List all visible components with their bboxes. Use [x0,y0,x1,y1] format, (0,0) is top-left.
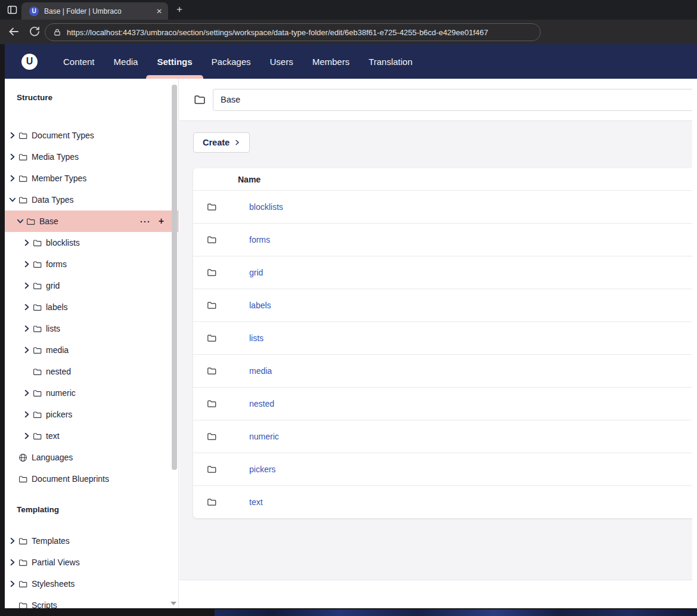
folder-icon [207,497,216,507]
nav-item-content[interactable]: Content [63,44,95,79]
nav-item-media[interactable]: Media [114,44,138,79]
table-row[interactable]: grid [193,256,697,289]
nav-item-users[interactable]: Users [269,44,293,79]
chevron-right-icon[interactable] [23,261,30,268]
sidebar-item-label: labels [46,302,68,312]
sidebar-item-grid[interactable]: grid [5,275,178,296]
chevron-down-icon[interactable] [17,218,24,225]
sidebar-item-lists[interactable]: lists [5,318,178,339]
add-icon[interactable]: + [159,216,164,226]
nav-item-settings[interactable]: Settings [157,44,192,79]
sidebar-item-text[interactable]: text [5,425,178,447]
folder-link[interactable]: blocklists [249,202,283,212]
chevron-placeholder [23,368,30,375]
sidebar-item-data-types[interactable]: Data Types [5,189,178,211]
main-scrollbar-track[interactable] [692,79,697,608]
sidebar-item-media-types[interactable]: Media Types [5,146,178,168]
table-row[interactable]: media [193,354,697,387]
chevron-right-icon[interactable] [9,537,16,544]
create-button[interactable]: Create [193,132,250,153]
close-icon[interactable]: ✕ [156,8,162,15]
sidebar-item-nested[interactable]: nested [5,361,178,382]
browser-tab[interactable]: U Base | Folder | Umbraco ✕ [21,2,168,20]
chevron-right-icon [234,140,240,146]
table-row[interactable]: numeric [193,420,697,453]
folder-link[interactable]: numeric [249,432,279,441]
url-text: https://localhost:44373/umbraco/section/… [67,28,488,37]
nav-item-members[interactable]: Members [312,44,350,79]
workspaces-icon[interactable] [7,4,18,16]
sidebar-item-scripts[interactable]: Scripts [5,595,178,608]
folder-icon [18,601,27,609]
table-row[interactable]: forms [193,223,697,256]
chevron-placeholder [9,602,16,608]
chevron-right-icon[interactable] [23,411,30,418]
sidebar-item-numeric[interactable]: numeric [5,382,178,404]
chevron-right-icon[interactable] [23,282,30,289]
sidebar-item-partial-views[interactable]: Partial Views [5,552,178,573]
folder-icon [207,268,216,277]
chevron-right-icon[interactable] [9,580,16,587]
folder-link[interactable]: media [249,366,272,376]
sidebar-item-document-blueprints[interactable]: Document Blueprints [5,468,178,490]
background-window [215,609,697,616]
chevron-right-icon[interactable] [23,389,30,397]
sidebar-item-member-types[interactable]: Member Types [5,168,178,189]
sidebar-item-media[interactable]: media [5,339,178,361]
sidebar-item-document-types[interactable]: Document Types [5,125,178,146]
table-row[interactable]: blocklists [193,190,697,223]
folder-link[interactable]: grid [249,268,263,277]
folder-icon [18,174,27,183]
workspace-header [179,79,697,121]
sidebar-item-forms[interactable]: forms [5,253,178,275]
folder-link[interactable]: lists [249,333,264,343]
table-row[interactable]: pickers [193,453,697,485]
chevron-right-icon[interactable] [23,239,30,246]
folder-link[interactable]: nested [249,399,274,408]
sidebar-scrollbar[interactable] [172,85,177,470]
url-bar[interactable]: https://localhost:44373/umbraco/section/… [45,23,541,41]
umbraco-logo-icon[interactable]: U [21,54,38,70]
sidebar-heading-templating: Templating [5,505,178,514]
folder-link[interactable]: forms [249,235,270,244]
sidebar-item-pickers[interactable]: pickers [5,404,178,425]
sidebar-item-labels[interactable]: labels [5,296,178,318]
nav-items: Content Media Settings Packages Users Me… [63,44,413,79]
chevron-right-icon[interactable] [9,559,16,566]
table-row[interactable]: lists [193,321,697,354]
chevron-placeholder [9,454,16,461]
back-icon[interactable] [8,26,20,38]
sidebar-item-label: Scripts [32,600,57,608]
folder-link[interactable]: pickers [249,465,275,474]
chevron-right-icon[interactable] [9,153,16,160]
chevron-right-icon[interactable] [23,432,30,439]
sidebar-item-blocklists[interactable]: blocklists [5,232,178,253]
table-row[interactable]: labels [193,289,697,321]
chevron-right-icon[interactable] [9,132,16,139]
refresh-icon[interactable] [29,26,41,38]
folder-icon [207,333,216,343]
table-row[interactable]: nested [193,387,697,420]
chevron-placeholder [9,475,16,482]
new-tab-icon[interactable]: + [176,4,182,15]
chevron-right-icon[interactable] [23,304,30,311]
chevron-right-icon[interactable] [23,346,30,354]
sidebar-item-templates[interactable]: Templates [5,530,178,552]
folder-link[interactable]: labels [249,301,271,310]
row-actions: ··· + [140,211,164,232]
chevron-down-icon[interactable] [9,196,16,203]
sidebar-item-base[interactable]: Base ··· + [5,211,178,232]
scrollbar-down-arrow-icon[interactable] [171,602,176,605]
sidebar-item-stylesheets[interactable]: Stylesheets [5,573,178,595]
chevron-right-icon[interactable] [23,325,30,332]
folder-name-input[interactable] [213,89,697,111]
nav-item-packages[interactable]: Packages [212,44,251,79]
table-row[interactable]: text [193,485,697,518]
chevron-right-icon[interactable] [9,175,16,182]
sidebar-item-label: nested [46,367,71,376]
more-options-icon[interactable]: ··· [140,217,151,226]
nav-item-translation[interactable]: Translation [368,44,413,79]
sidebar-item-languages[interactable]: Languages [5,447,178,468]
folder-icon [194,94,206,106]
folder-link[interactable]: text [249,497,263,507]
